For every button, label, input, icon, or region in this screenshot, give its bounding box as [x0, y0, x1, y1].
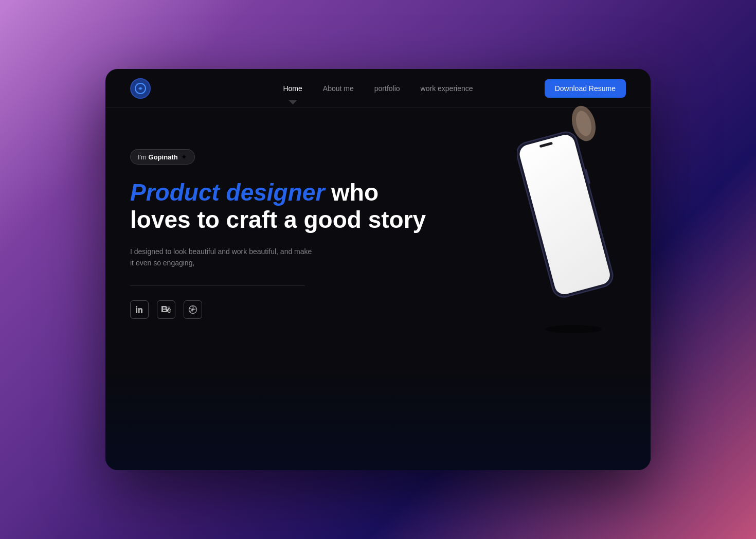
logo-icon[interactable] [130, 78, 151, 99]
linkedin-icon[interactable] [130, 300, 149, 319]
svg-rect-2 [136, 308, 137, 313]
behance-icon[interactable] [157, 300, 175, 319]
navbar: Home About me portfolio work experience … [105, 69, 651, 108]
svg-point-13 [545, 325, 602, 333]
headline-who: who [325, 179, 379, 206]
download-resume-button[interactable]: Download Resume [545, 79, 626, 98]
nav-home-wrapper: Home [283, 84, 302, 93]
bottom-overlay [105, 367, 651, 470]
hero-headline: Product designer who loves to craft a go… [130, 179, 626, 233]
hero-description: I designed to look beautiful and work be… [130, 246, 315, 269]
headline-blue: Product designer [130, 179, 325, 206]
nav-work[interactable]: work experience [421, 84, 473, 93]
social-icons [130, 300, 626, 319]
hero-divider [130, 285, 305, 286]
main-window: Home About me portfolio work experience … [105, 69, 651, 470]
hero-content: I'm Gopinath ✦ Product designer who love… [130, 139, 626, 319]
svg-point-3 [136, 306, 137, 308]
greeting-star: ✦ [181, 153, 187, 161]
svg-rect-4 [168, 307, 170, 307]
headline-craft: loves to craft a good story [130, 206, 426, 233]
dribbble-icon[interactable] [184, 300, 202, 319]
greeting-text: I'm Gopinath [138, 153, 178, 161]
nav-about[interactable]: About me [323, 84, 354, 93]
hero-section: I'm Gopinath ✦ Product designer who love… [105, 108, 651, 470]
nav-links: Home About me portfolio work experience [283, 84, 473, 93]
nav-portfolio[interactable]: portfolio [374, 84, 400, 93]
svg-point-1 [139, 87, 141, 89]
nav-home[interactable]: Home [283, 84, 302, 93]
greeting-name: Gopinath [149, 153, 178, 161]
greeting-badge: I'm Gopinath ✦ [130, 149, 195, 165]
